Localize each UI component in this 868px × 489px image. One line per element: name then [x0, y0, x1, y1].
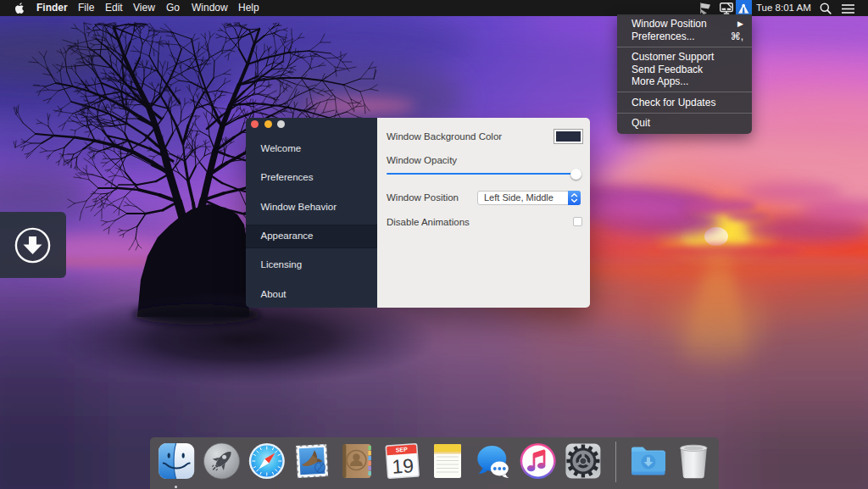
- svg-text:19: 19: [391, 454, 414, 478]
- svg-text:SEP: SEP: [396, 447, 409, 453]
